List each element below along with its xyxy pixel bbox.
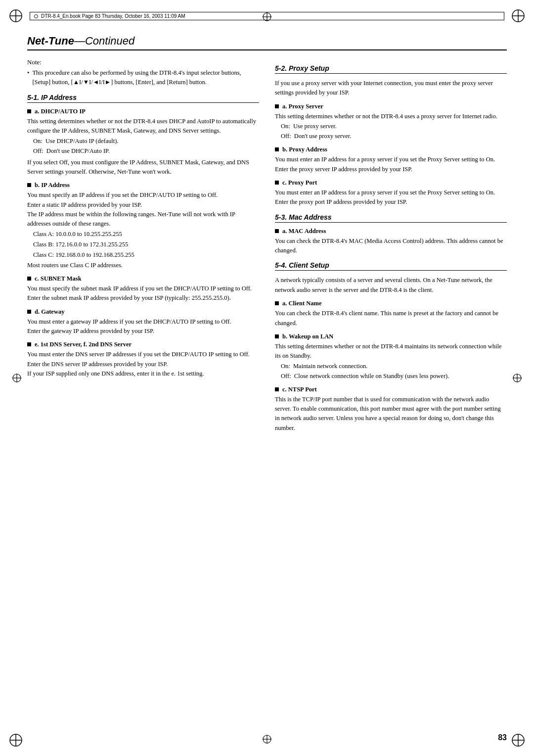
proxy-server-bullet <box>275 104 279 108</box>
section-53-header: 5-3. Mac Address <box>275 213 507 223</box>
wakeup-lan-p1: This setting determines whether or not t… <box>275 342 507 361</box>
gateway-p1: You must enter a gateway IP address if y… <box>27 317 259 327</box>
ip-address-header: b. IP Address <box>27 182 259 189</box>
subnet-p2: Enter the subnet mask IP address provide… <box>27 293 259 303</box>
subsection-subnet: c. SUBNET Mask You must specify the subn… <box>27 275 259 303</box>
subnet-p1: You must specify the subnet mask IP addr… <box>27 284 259 293</box>
subsection-proxy-address: b. Proxy Address You must enter an IP ad… <box>275 146 507 174</box>
corner-mark-tl <box>9 9 23 23</box>
ip-p2: Enter a static IP address provided by yo… <box>27 200 259 210</box>
subsection-dhcp: a. DHCP/AUTO IP This setting determines … <box>27 108 259 177</box>
dhcp-bullet <box>27 109 31 113</box>
corner-mark-tr <box>511 9 525 23</box>
section-52-header: 5-2. Proxy Setup <box>275 64 507 74</box>
center-cross-bottom <box>262 734 272 744</box>
dhcp-p2: If you select Off, you must configure th… <box>27 158 259 177</box>
ip-class-c: Class C: 192.168.0.0 to 192.168.255.255 <box>27 250 259 260</box>
subsection-proxy-port: c. Proxy Port You must enter an IP addre… <box>275 179 507 207</box>
subsection-dns: e. 1st DNS Server, f. 2nd DNS Server You… <box>27 341 259 378</box>
dhcp-header: a. DHCP/AUTO IP <box>27 108 259 115</box>
left-column: Note: • This procedure can also be perfo… <box>27 58 259 438</box>
proxy-intro: If you use a proxy server with your Inte… <box>275 79 507 98</box>
wakeup-on: On: Maintain network connection. <box>275 361 507 371</box>
center-cross-left <box>12 373 22 383</box>
gateway-header-text: d. Gateway <box>35 308 64 316</box>
dhcp-header-text: a. DHCP/AUTO IP <box>35 108 86 115</box>
proxy-port-bullet <box>275 181 279 185</box>
subnet-header-text: c. SUBNET Mask <box>35 275 82 283</box>
proxy-intro-text: If you use a proxy server with your Inte… <box>275 79 507 98</box>
proxy-port-header-text: c. Proxy Port <box>282 179 317 187</box>
section-51-header: 5-1. IP Address <box>27 94 259 103</box>
dhcp-p1: This setting determines whether or not t… <box>27 117 259 136</box>
wakeup-lan-header: b. Wakeup on LAN <box>275 333 507 340</box>
mac-address-bullet <box>275 229 279 233</box>
client-name-content: You can check the DTR-8.4's client name.… <box>275 309 507 328</box>
subsection-mac-address: a. MAC Address You can check the DTR-8.4… <box>275 228 507 256</box>
dns-bullet <box>27 342 31 346</box>
proxy-server-content: This setting determines whether or not t… <box>275 112 507 141</box>
file-info-dot <box>34 14 38 18</box>
subsection-ip-address: b. IP Address You must specify an IP add… <box>27 182 259 270</box>
proxy-port-p1: You must enter an IP address for a proxy… <box>275 188 507 197</box>
proxy-address-content: You must enter an IP address for a proxy… <box>275 155 507 174</box>
client-name-bullet <box>275 301 279 305</box>
wakeup-lan-header-text: b. Wakeup on LAN <box>282 333 333 340</box>
proxy-server-header: a. Proxy Server <box>275 103 507 110</box>
client-name-header: a. Client Name <box>275 300 507 307</box>
note-section: Note: • This procedure can also be perfo… <box>27 58 259 88</box>
dns-content: You must enter the DNS server IP address… <box>27 350 259 378</box>
file-info-bar: DTR-8.4_En.book Page 83 Thursday, Octobe… <box>30 12 504 20</box>
gateway-p2: Enter the gateway IP address provided by… <box>27 327 259 336</box>
proxy-server-p1: This setting determines whether or not t… <box>275 112 507 121</box>
page: DTR-8.4_En.book Page 83 Thursday, Octobe… <box>0 0 534 756</box>
note-bullet-symbol: • <box>27 68 29 88</box>
dhcp-on: On: Use DHCP/Auto IP (default). <box>27 136 259 146</box>
ip-p1: You must specify an IP address if you se… <box>27 190 259 200</box>
wakeup-lan-content: This setting determines whether or not t… <box>275 342 507 381</box>
page-number: 83 <box>498 733 507 742</box>
proxy-server-off: Off: Don't use proxy server. <box>275 131 507 141</box>
dns-p1: You must enter the DNS server IP address… <box>27 350 259 359</box>
right-column: 5-2. Proxy Setup If you use a proxy serv… <box>275 58 507 438</box>
client-intro: A network typically consists of a server… <box>275 276 507 295</box>
subnet-bullet <box>27 277 31 281</box>
ntsp-port-content: This is the TCP/IP port number that is u… <box>275 395 507 433</box>
title-brand: Net-Tune <box>27 35 74 47</box>
wakeup-lan-bullet <box>275 334 279 338</box>
mac-address-content: You can check the DTR-8.4's MAC (Media A… <box>275 236 507 256</box>
dhcp-off: Off: Don't use DHCP/Auto IP. <box>27 146 259 156</box>
subnet-header: c. SUBNET Mask <box>27 275 259 283</box>
subsection-ntsp-port: c. NTSP Port This is the TCP/IP port num… <box>275 386 507 433</box>
ip-class-a: Class A: 10.0.0.0 to 10.255.255.255 <box>27 229 259 239</box>
proxy-address-p2: Enter the proxy server IP address provid… <box>275 165 507 174</box>
corner-mark-bl <box>9 733 23 747</box>
ip-address-header-text: b. IP Address <box>35 182 70 189</box>
dhcp-content: This setting determines whether or not t… <box>27 117 259 177</box>
wakeup-off: Off: Close network connection while on S… <box>275 371 507 381</box>
proxy-port-header: c. Proxy Port <box>275 179 507 187</box>
ip-address-bullet <box>27 183 31 187</box>
gateway-bullet <box>27 310 31 314</box>
dns-p3: If your ISP supplied only one DNS addres… <box>27 369 259 378</box>
ip-p3: The IP address must be within the follow… <box>27 210 259 229</box>
client-name-header-text: a. Client Name <box>282 300 322 307</box>
proxy-port-content: You must enter an IP address for a proxy… <box>275 188 507 207</box>
subnet-content: You must specify the subnet mask IP addr… <box>27 284 259 303</box>
proxy-address-header: b. Proxy Address <box>275 146 507 153</box>
subsection-client-name: a. Client Name You can check the DTR-8.4… <box>275 300 507 328</box>
gateway-header: d. Gateway <box>27 308 259 316</box>
subsection-proxy-server: a. Proxy Server This setting determines … <box>275 103 507 141</box>
proxy-address-bullet <box>275 147 279 151</box>
page-content: Net-Tune—Continued Note: • This procedur… <box>27 35 507 726</box>
file-info-text: DTR-8.4_En.book Page 83 Thursday, Octobe… <box>41 13 185 19</box>
ip-class-b: Class B: 172.16.0.0 to 172.31.255.255 <box>27 239 259 250</box>
note-label: Note: <box>27 58 259 66</box>
two-col-layout: Note: • This procedure can also be perfo… <box>27 58 507 438</box>
dns-header: e. 1st DNS Server, f. 2nd DNS Server <box>27 341 259 348</box>
mac-address-p1: You can check the DTR-8.4's MAC (Media A… <box>275 236 507 256</box>
client-intro-text: A network typically consists of a server… <box>275 276 507 295</box>
ntsp-port-header: c. NTSP Port <box>275 386 507 393</box>
mac-address-header: a. MAC Address <box>275 228 507 235</box>
page-title: Net-Tune—Continued <box>27 35 507 50</box>
